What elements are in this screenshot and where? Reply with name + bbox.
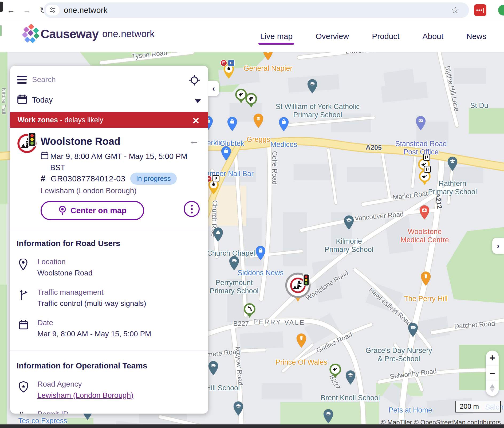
map-marker-pin-church[interactable]: [212, 227, 224, 243]
date-filter-row[interactable]: Today: [10, 94, 208, 112]
close-icon[interactable]: ✕: [192, 115, 200, 126]
workzone-date-range: Mar 9, 8:00 AM GMT - May 15, 5:00 PM BST: [50, 151, 198, 173]
address-bar[interactable]: one.network ☆: [44, 2, 469, 18]
poi-label: General Napier: [243, 64, 292, 73]
hash-icon: #: [19, 410, 23, 414]
map-tilt-control[interactable]: [486, 380, 499, 396]
poi-label: Kilmorie Primary School: [324, 237, 373, 254]
locate-icon[interactable]: [188, 74, 200, 87]
road-agency-link[interactable]: Lewisham (London Borough): [37, 391, 133, 400]
map-marker-circle-phone-green[interactable]: [243, 302, 256, 320]
divider: [10, 229, 208, 229]
map-marker-pin-cap[interactable]: [344, 369, 357, 386]
back-button[interactable]: ←: [188, 135, 199, 147]
search-row[interactable]: Search: [10, 66, 208, 94]
password-extension-icon[interactable]: •••|: [474, 4, 486, 16]
two-way-traffic-badge-icon: [228, 60, 235, 67]
menu-icon[interactable]: [17, 76, 27, 85]
map-marker-pin-bag[interactable]: [220, 145, 232, 162]
roadsign-badge-icon: [423, 154, 430, 161]
map-marker-pin-pint[interactable]: [295, 333, 308, 349]
map-marker-circle-tap-yellow[interactable]: [418, 170, 431, 187]
map-marker-pin-cap[interactable]: [322, 408, 334, 425]
map-marker-pin-bag[interactable]: [278, 116, 290, 133]
nav-item-overview[interactable]: Overview: [314, 24, 351, 48]
status-badge: In progress: [130, 173, 177, 185]
map-marker-pin-envelope[interactable]: [415, 115, 427, 132]
nav-item-product[interactable]: Product: [370, 24, 401, 48]
banner-title: Work zones: [18, 116, 58, 124]
map-marker-pin-bag[interactable]: [254, 245, 267, 262]
center-on-map-label: Center on map: [70, 206, 127, 215]
map-marker-pin-cross[interactable]: [418, 204, 431, 221]
poi-label: Tes co Express: [18, 417, 67, 425]
center-on-map-button[interactable]: Center on map: [41, 201, 144, 220]
workzone-detail-panel: Search Today Work zones - delays likely …: [10, 66, 208, 414]
browser-back-button[interactable]: ←: [5, 5, 17, 16]
map-marker-pin-pint[interactable]: [420, 271, 432, 287]
location-label: Location: [37, 258, 66, 266]
brand-logo[interactable]: Causeway one.network: [21, 24, 155, 44]
chevron-right-icon: ›: [497, 241, 499, 250]
poi-label: Pets at Home: [388, 406, 432, 414]
more-options-button[interactable]: [184, 201, 200, 217]
poi-label: Brent Knoll School: [321, 394, 380, 402]
background-sliver: [0, 25, 2, 36]
nav-item-live-map[interactable]: Live map: [258, 24, 294, 48]
permit-id-label: Permit ID: [37, 410, 69, 414]
site-header: Causeway one.network Live mapOverviewPro…: [0, 20, 504, 52]
brand-suffix: one.network: [102, 28, 155, 40]
chevron-left-icon: ‹: [212, 84, 215, 93]
date-item: Date Mar 9, 8:00 AM - May 15, 5:00 PM: [17, 318, 198, 343]
road-agency-label: Road Agency: [37, 380, 82, 388]
map-marker-pin-cap[interactable]: [228, 255, 240, 272]
poi-label: Rathfern Primary School: [428, 180, 477, 196]
panel-collapse-tab[interactable]: ‹: [208, 81, 219, 96]
search-input[interactable]: Search: [32, 75, 56, 84]
side-expand-tab[interactable]: ›: [492, 238, 504, 254]
ops-heading: Information for Operational Teams: [17, 361, 147, 370]
brand-name: Causeway: [41, 27, 99, 41]
extension-icon[interactable]: [498, 5, 504, 15]
map-marker-circle-tap-green[interactable]: [245, 92, 258, 110]
map-zoom-controls: + –: [486, 351, 499, 396]
map-marker-circle-tap-green[interactable]: [329, 363, 342, 380]
map-marker-workzone[interactable]: [284, 272, 312, 305]
poi-label: Greggs: [247, 135, 270, 144]
svg-text:★: ★: [21, 384, 26, 389]
map-marker-hazard[interactable]: E: [207, 179, 220, 196]
main-nav: Live mapOverviewProductAboutNews: [258, 20, 488, 52]
date-label: Date: [37, 318, 53, 327]
street-label: PERRY VALE: [253, 318, 305, 326]
chevron-down-icon[interactable]: [195, 99, 201, 103]
map-marker-pin-cap[interactable]: [232, 400, 245, 417]
bookmark-star-icon[interactable]: ☆: [451, 5, 459, 15]
poi-label: Perrymount Primary School: [210, 279, 258, 295]
workzone-authority: Lewisham (London Borough): [41, 186, 137, 195]
nav-item-about[interactable]: About: [421, 24, 445, 48]
map-marker-pin-burger[interactable]: [252, 113, 265, 129]
map-marker-pin-cap[interactable]: [207, 360, 219, 377]
map-marker-pin-cap[interactable]: [306, 78, 318, 95]
zoom-in-button[interactable]: +: [486, 351, 499, 365]
poi-label: The Perry Hill: [404, 295, 448, 303]
traffic-light-icon: [28, 132, 36, 148]
map-marker-pin-cap[interactable]: [446, 156, 459, 172]
nav-item-news[interactable]: News: [465, 24, 488, 48]
window-edge: [0, 2, 3, 12]
calendar-icon: [19, 320, 28, 331]
map-marker-pin-cap[interactable]: [343, 215, 355, 231]
roadsign-badge-icon: [212, 175, 219, 182]
browser-forward-button[interactable]: →: [21, 5, 33, 16]
site-settings-icon[interactable]: [46, 5, 60, 15]
shield-star-icon: ★: [19, 381, 28, 394]
date-filter-value[interactable]: Today: [32, 96, 53, 104]
browser-toolbar: ← → ↻ one.network ☆ •••|: [0, 0, 504, 20]
hash-icon: #: [41, 174, 45, 184]
zoom-out-button[interactable]: –: [486, 365, 499, 380]
window-bottom-edge: [0, 424, 504, 428]
map-marker-pin-bag[interactable]: [226, 116, 238, 133]
map-marker-hazard[interactable]: E: [222, 63, 236, 80]
poi-label: Stanstead Road Post Office: [395, 140, 447, 156]
map-marker-pin-cap[interactable]: [407, 322, 419, 338]
